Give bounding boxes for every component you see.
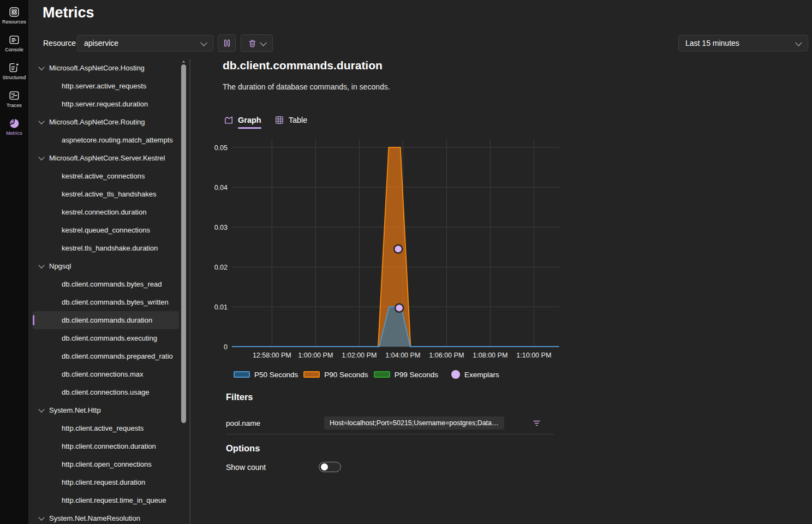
legend-label: P90 Seconds [324, 371, 368, 379]
nav-rail-item-resources[interactable]: Resources [0, 3, 28, 27]
tree-group-label: Npgsql [49, 262, 71, 270]
chevron-down-icon [200, 39, 207, 46]
tree-group-header[interactable]: Npgsql [33, 257, 179, 275]
filter-name: pool.name [226, 419, 324, 427]
aspire-dashboard: ResourcesConsoleStructuredTracesMetrics … [0, 0, 812, 524]
metrics-tree: Microsoft.AspNetCore.Hostinghttp.server.… [33, 59, 179, 524]
filter-row: pool.nameHost=localhost;Port=50215;Usern… [226, 415, 554, 431]
svg-text:1:06:00 PM: 1:06:00 PM [429, 352, 464, 359]
nav-rail-label: Console [5, 47, 23, 52]
tree-item[interactable]: db.client.commands.prepared_ratio [33, 347, 179, 365]
nav-rail-item-structured[interactable]: Structured [0, 59, 28, 83]
svg-text:0.02: 0.02 [214, 264, 228, 271]
tree-item[interactable]: kestrel.connection.duration [33, 203, 179, 221]
tree-item[interactable]: db.client.connections.max [33, 365, 179, 383]
remove-metrics-button[interactable] [241, 34, 273, 52]
exemplar-dot-icon [451, 370, 460, 379]
tree-group-label: System.Net.NameResolution [49, 514, 140, 522]
nav-rail-label: Structured [3, 75, 26, 80]
svg-text:0.04: 0.04 [214, 184, 228, 192]
options-heading: Options [226, 443, 260, 454]
resource-label: Resource [43, 39, 76, 47]
legend-item[interactable]: P99 Seconds [374, 371, 438, 379]
filter-icon[interactable] [532, 418, 542, 428]
scroll-up-icon[interactable]: ▲ [181, 59, 187, 64]
legend-label: P50 Seconds [254, 371, 298, 379]
pause-icon [222, 38, 232, 49]
nav-rail: ResourcesConsoleStructuredTracesMetrics [0, 0, 28, 524]
sidebar-divider [189, 59, 190, 524]
svg-text:0.05: 0.05 [214, 144, 228, 152]
filter-value-chip[interactable]: Host=localhost;Port=50215;Username=postg… [324, 416, 504, 430]
page-title: Metrics [43, 4, 94, 21]
legend-item[interactable]: P50 Seconds [234, 371, 298, 379]
tree-item[interactable]: http.client.request.time_in_queue [33, 491, 179, 509]
nav-rail-item-console[interactable]: Console [0, 31, 28, 55]
legend-item[interactable]: P90 Seconds [303, 371, 368, 379]
time-range-value: Last 15 minutes [685, 39, 796, 47]
tree-item[interactable]: http.client.active_requests [33, 419, 179, 437]
legend-swatch [303, 371, 320, 378]
metric-chart[interactable]: 00.010.020.030.040.0512:58:00 PM1:00:00 … [213, 138, 565, 367]
view-tabs: GraphTable [224, 115, 307, 130]
tab-table[interactable]: Table [274, 115, 308, 130]
tree-group-label: Microsoft.AspNetCore.Hosting [49, 64, 145, 72]
tree-item[interactable]: kestrel.queued_connections [33, 221, 179, 239]
nav-rail-label: Metrics [6, 130, 22, 136]
filters-divider [226, 434, 554, 434]
tree-item[interactable]: db.client.commands.bytes_read [33, 275, 179, 293]
tree-group-header[interactable]: Microsoft.AspNetCore.Server.Kestrel [33, 149, 179, 167]
tree-group-label: Microsoft.AspNetCore.Server.Kestrel [49, 154, 165, 162]
structured-logs-icon [8, 62, 20, 74]
tree-group-label: System.Net.Http [49, 406, 101, 414]
tree-item[interactable]: kestrel.active_connections [33, 167, 179, 185]
show-count-label: Show count [226, 463, 266, 472]
pause-button[interactable] [218, 34, 236, 52]
tree-group-label: Microsoft.AspNetCore.Routing [49, 118, 145, 126]
chevron-down-icon [38, 154, 44, 160]
chevron-down-icon [38, 118, 44, 124]
traces-icon [8, 90, 20, 102]
show-count-toggle[interactable] [319, 462, 341, 472]
tree-item[interactable]: db.client.connections.usage [33, 383, 179, 401]
chevron-down-icon [38, 514, 44, 520]
time-range-select[interactable]: Last 15 minutes [678, 35, 808, 51]
tree-item[interactable]: http.client.connection.duration [33, 437, 179, 455]
tree-item[interactable]: db.client.commands.duration [33, 311, 179, 329]
nav-rail-item-metrics[interactable]: Metrics [0, 115, 28, 139]
chevron-down-icon [260, 39, 267, 46]
graph-tab-icon [224, 115, 234, 125]
svg-text:1:04:00 PM: 1:04:00 PM [385, 352, 420, 359]
tree-group-header[interactable]: System.Net.Http [33, 401, 179, 419]
legend-label: P99 Seconds [395, 371, 438, 379]
legend-item-exemplars[interactable]: Exemplars [444, 370, 499, 379]
tree-group-header[interactable]: System.Net.NameResolution [33, 509, 179, 524]
tree-item[interactable]: http.server.request.duration [33, 95, 179, 113]
trash-icon [248, 39, 257, 48]
tree-item[interactable]: db.client.commands.executing [33, 329, 179, 347]
metrics-pie-icon [8, 117, 20, 129]
tree-item[interactable]: http.server.active_requests [33, 77, 179, 95]
svg-text:0.01: 0.01 [214, 303, 228, 311]
nav-rail-item-traces[interactable]: Traces [0, 87, 28, 111]
svg-text:1:08:00 PM: 1:08:00 PM [473, 352, 507, 359]
tree-item[interactable]: http.client.open_connections [33, 455, 179, 473]
tree-item[interactable]: kestrel.active_tls_handshakes [33, 185, 179, 203]
tree-group-header[interactable]: Microsoft.AspNetCore.Hosting [33, 59, 179, 77]
tab-label: Graph [238, 116, 261, 124]
tree-item[interactable]: db.client.commands.bytes_written [33, 293, 179, 311]
tab-label: Table [289, 116, 308, 124]
tree-item[interactable]: http.client.request.duration [33, 473, 179, 491]
scrollbar-thumb[interactable] [181, 64, 186, 423]
tree-item[interactable]: aspnetcore.routing.match_attempts [33, 131, 179, 149]
sidebar-scrollbar[interactable]: ▲ [181, 59, 187, 524]
tree-group-header[interactable]: Microsoft.AspNetCore.Routing [33, 113, 179, 131]
tree-item[interactable]: kestrel.tls_handshake.duration [33, 239, 179, 257]
legend-swatch [234, 371, 250, 378]
nav-rail-label: Resources [2, 19, 26, 25]
svg-text:0.03: 0.03 [214, 224, 228, 231]
resource-select[interactable]: apiservice [77, 35, 213, 51]
svg-text:12:58:00 PM: 12:58:00 PM [253, 352, 291, 359]
tab-graph[interactable]: Graph [224, 115, 261, 130]
resource-select-value: apiservice [84, 39, 201, 47]
